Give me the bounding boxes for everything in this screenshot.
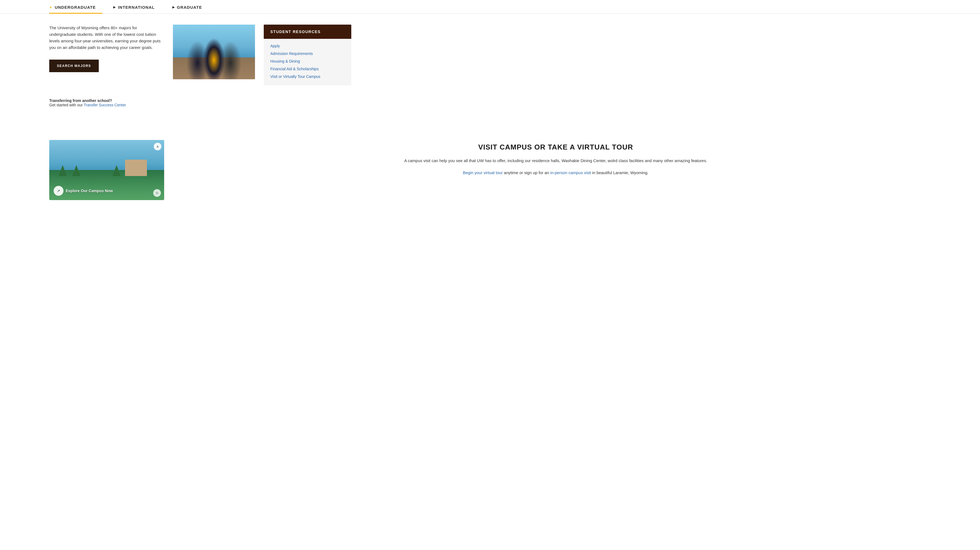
visit-cta: Begin your virtual tour anytime or sign …	[181, 170, 931, 176]
visit-section: ⏸ ↗ Explore Our Campus Now ⊙ VISIT CAMPU…	[49, 129, 931, 200]
resource-link-admission[interactable]: Admission Requirements	[270, 51, 345, 56]
transfer-success-center-link[interactable]: Transfer Success Center.	[84, 103, 127, 107]
transfer-section: Transferring from another school? Get st…	[49, 98, 931, 107]
tab-undergraduate-label: UNDERGRADUATE	[55, 5, 96, 10]
tab-graduate-label: GRADUATE	[177, 5, 202, 10]
pause-icon: ⏸	[156, 145, 159, 148]
search-majors-button[interactable]: SEARCH MAJORS	[49, 60, 99, 72]
expand-icon: ↗	[54, 186, 64, 196]
tabs-navigation: ▼ UNDERGRADUATE ▶ INTERNATIONAL ▶ GRADUA…	[0, 0, 980, 14]
resources-header: STUDENT RESOURCES	[264, 25, 351, 39]
pause-button[interactable]: ⏸	[154, 143, 161, 151]
transfer-heading: Transferring from another school?	[49, 98, 112, 103]
visit-description: A campus visit can help you see all that…	[181, 157, 931, 164]
tree-decoration-1	[59, 165, 67, 176]
tab-undergraduate[interactable]: ▼ UNDERGRADUATE	[49, 0, 102, 13]
tab-graduate-arrow: ▶	[172, 5, 175, 9]
explore-label: Explore Our Campus Now	[66, 189, 113, 193]
tab-graduate[interactable]: ▶ GRADUATE	[172, 0, 209, 13]
campus-image-column	[173, 25, 255, 85]
resource-link-apply[interactable]: Apply	[270, 44, 345, 48]
cta-text-after: in beautiful Laramie, Wyoming.	[591, 170, 648, 175]
campus-photo	[173, 25, 255, 79]
transfer-intro: Get started with our	[49, 103, 84, 107]
virtual-tour-link[interactable]: Begin your virtual tour	[463, 170, 503, 175]
intro-column: The University of Wyoming offers 80+ maj…	[49, 25, 164, 85]
top-section: The University of Wyoming offers 80+ maj…	[49, 25, 931, 85]
people-image	[173, 25, 255, 79]
in-person-visit-link[interactable]: in-person campus visit	[550, 170, 591, 175]
tree-decoration-3	[113, 165, 121, 176]
gyrosite-icon: ⊙	[156, 191, 158, 195]
visit-text-column: VISIT CAMPUS OR TAKE A VIRTUAL TOUR A ca…	[181, 140, 931, 176]
resource-link-housing[interactable]: Housing & Dining	[270, 59, 345, 63]
intro-text: The University of Wyoming offers 80+ maj…	[49, 25, 164, 51]
cta-text-before: anytime or sign up for an	[504, 170, 550, 175]
transfer-text: Transferring from another school? Get st…	[49, 98, 931, 107]
explore-button[interactable]: ↗ Explore Our Campus Now	[54, 186, 113, 196]
visit-title: VISIT CAMPUS OR TAKE A VIRTUAL TOUR	[181, 143, 931, 152]
main-content: The University of Wyoming offers 80+ maj…	[0, 14, 980, 211]
gyrosite-badge: ⊙	[153, 189, 161, 197]
tab-undergraduate-arrow: ▼	[49, 6, 52, 9]
student-resources-panel: STUDENT RESOURCES Apply Admission Requir…	[264, 25, 351, 85]
resource-link-financial-aid[interactable]: Financial Aid & Scholarships	[270, 67, 345, 71]
student-resources-column: STUDENT RESOURCES Apply Admission Requir…	[264, 25, 351, 85]
tab-international[interactable]: ▶ INTERNATIONAL	[113, 0, 161, 13]
resources-links-list: Apply Admission Requirements Housing & D…	[264, 39, 351, 85]
virtual-tour-widget[interactable]: ⏸ ↗ Explore Our Campus Now ⊙	[49, 140, 164, 200]
tab-international-label: INTERNATIONAL	[118, 5, 154, 10]
tab-international-arrow: ▶	[113, 5, 116, 9]
resource-link-visit-campus[interactable]: Visit or Virtually Tour Campus	[270, 74, 345, 79]
building-decoration	[125, 160, 147, 176]
tree-decoration-2	[72, 165, 80, 176]
